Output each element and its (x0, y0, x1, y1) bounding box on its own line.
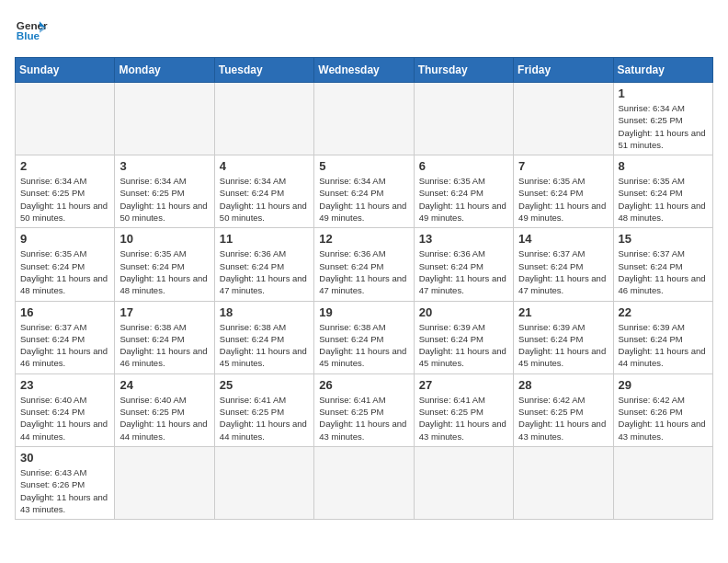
cell-info: Sunrise: 6:34 AM Sunset: 6:25 PM Dayligh… (619, 102, 708, 151)
calendar-cell (314, 446, 414, 519)
day-header-row: SundayMondayTuesdayWednesdayThursdayFrid… (16, 58, 713, 83)
cell-info: Sunrise: 6:38 AM Sunset: 6:24 PM Dayligh… (119, 321, 209, 370)
cell-info: Sunrise: 6:34 AM Sunset: 6:25 PM Dayligh… (119, 175, 209, 224)
date-number: 29 (619, 378, 708, 392)
cell-info: Sunrise: 6:38 AM Sunset: 6:24 PM Dayligh… (319, 321, 408, 370)
calendar-cell (514, 83, 613, 155)
calendar-cell: 8Sunrise: 6:35 AM Sunset: 6:24 PM Daylig… (613, 155, 712, 228)
calendar-cell (314, 83, 414, 155)
cell-info: Sunrise: 6:35 AM Sunset: 6:24 PM Dayligh… (119, 247, 209, 296)
cell-info: Sunrise: 6:39 AM Sunset: 6:24 PM Dayligh… (518, 321, 608, 370)
calendar-cell: 19Sunrise: 6:38 AM Sunset: 6:24 PM Dayli… (314, 301, 414, 373)
cell-info: Sunrise: 6:40 AM Sunset: 6:24 PM Dayligh… (20, 394, 109, 442)
date-number: 22 (619, 305, 708, 319)
date-number: 20 (419, 305, 508, 319)
date-number: 27 (419, 378, 508, 392)
calendar-cell: 7Sunrise: 6:35 AM Sunset: 6:24 PM Daylig… (514, 155, 613, 228)
date-number: 19 (319, 305, 408, 319)
date-number: 24 (119, 378, 209, 392)
date-number: 28 (518, 378, 608, 392)
calendar-cell (514, 446, 613, 519)
cell-info: Sunrise: 6:35 AM Sunset: 6:24 PM Dayligh… (419, 175, 508, 224)
calendar-cell: 1Sunrise: 6:34 AM Sunset: 6:25 PM Daylig… (613, 83, 712, 155)
calendar-cell: 16Sunrise: 6:37 AM Sunset: 6:24 PM Dayli… (16, 301, 115, 373)
cell-info: Sunrise: 6:35 AM Sunset: 6:24 PM Dayligh… (20, 247, 109, 296)
calendar-cell: 20Sunrise: 6:39 AM Sunset: 6:24 PM Dayli… (414, 301, 513, 373)
calendar-cell (214, 83, 313, 155)
cell-info: Sunrise: 6:36 AM Sunset: 6:24 PM Dayligh… (419, 247, 508, 296)
date-number: 10 (119, 232, 209, 246)
calendar-cell: 22Sunrise: 6:39 AM Sunset: 6:24 PM Dayli… (613, 301, 712, 373)
calendar-cell: 10Sunrise: 6:35 AM Sunset: 6:24 PM Dayli… (115, 228, 214, 301)
date-number: 9 (20, 232, 109, 246)
week-row-1: 2Sunrise: 6:34 AM Sunset: 6:25 PM Daylig… (16, 155, 713, 228)
calendar-cell: 30Sunrise: 6:43 AM Sunset: 6:26 PM Dayli… (16, 446, 115, 519)
cell-info: Sunrise: 6:41 AM Sunset: 6:25 PM Dayligh… (419, 394, 508, 442)
calendar-cell: 26Sunrise: 6:41 AM Sunset: 6:25 PM Dayli… (314, 373, 414, 446)
date-number: 26 (319, 378, 408, 392)
date-number: 5 (319, 159, 408, 173)
week-row-4: 23Sunrise: 6:40 AM Sunset: 6:24 PM Dayli… (16, 373, 713, 446)
date-number: 17 (119, 305, 209, 319)
date-number: 8 (619, 159, 708, 173)
date-number: 12 (319, 232, 408, 246)
calendar-cell: 28Sunrise: 6:42 AM Sunset: 6:25 PM Dayli… (514, 373, 613, 446)
calendar-cell: 2Sunrise: 6:34 AM Sunset: 6:25 PM Daylig… (16, 155, 115, 228)
day-header-thursday: Thursday (414, 58, 513, 83)
cell-info: Sunrise: 6:41 AM Sunset: 6:25 PM Dayligh… (220, 394, 309, 442)
calendar-cell: 9Sunrise: 6:35 AM Sunset: 6:24 PM Daylig… (16, 228, 115, 301)
logo-icon: General Blue (15, 15, 48, 48)
date-number: 4 (220, 159, 309, 173)
calendar-cell: 21Sunrise: 6:39 AM Sunset: 6:24 PM Dayli… (514, 301, 613, 373)
cell-info: Sunrise: 6:35 AM Sunset: 6:24 PM Dayligh… (518, 175, 608, 224)
cell-info: Sunrise: 6:39 AM Sunset: 6:24 PM Dayligh… (619, 321, 708, 370)
date-number: 25 (220, 378, 309, 392)
calendar-cell: 29Sunrise: 6:42 AM Sunset: 6:26 PM Dayli… (613, 373, 712, 446)
cell-info: Sunrise: 6:39 AM Sunset: 6:24 PM Dayligh… (419, 321, 508, 370)
calendar-cell (115, 83, 214, 155)
cell-info: Sunrise: 6:42 AM Sunset: 6:25 PM Dayligh… (518, 394, 608, 442)
date-number: 18 (220, 305, 309, 319)
calendar-cell: 11Sunrise: 6:36 AM Sunset: 6:24 PM Dayli… (214, 228, 313, 301)
date-number: 7 (518, 159, 608, 173)
calendar-cell: 5Sunrise: 6:34 AM Sunset: 6:24 PM Daylig… (314, 155, 414, 228)
calendar-cell (16, 83, 115, 155)
week-row-0: 1Sunrise: 6:34 AM Sunset: 6:25 PM Daylig… (16, 83, 713, 155)
calendar-cell: 18Sunrise: 6:38 AM Sunset: 6:24 PM Dayli… (214, 301, 313, 373)
cell-info: Sunrise: 6:35 AM Sunset: 6:24 PM Dayligh… (619, 175, 708, 224)
cell-info: Sunrise: 6:40 AM Sunset: 6:25 PM Dayligh… (119, 394, 209, 442)
calendar-cell: 12Sunrise: 6:36 AM Sunset: 6:24 PM Dayli… (314, 228, 414, 301)
calendar-cell: 6Sunrise: 6:35 AM Sunset: 6:24 PM Daylig… (414, 155, 513, 228)
week-row-3: 16Sunrise: 6:37 AM Sunset: 6:24 PM Dayli… (16, 301, 713, 373)
calendar-cell: 17Sunrise: 6:38 AM Sunset: 6:24 PM Dayli… (115, 301, 214, 373)
day-header-friday: Friday (514, 58, 613, 83)
date-number: 11 (220, 232, 309, 246)
calendar-table: SundayMondayTuesdayWednesdayThursdayFrid… (15, 57, 713, 520)
week-row-2: 9Sunrise: 6:35 AM Sunset: 6:24 PM Daylig… (16, 228, 713, 301)
day-header-sunday: Sunday (16, 58, 115, 83)
cell-info: Sunrise: 6:42 AM Sunset: 6:26 PM Dayligh… (619, 394, 708, 442)
date-number: 3 (119, 159, 209, 173)
calendar-cell: 25Sunrise: 6:41 AM Sunset: 6:25 PM Dayli… (214, 373, 313, 446)
calendar-cell (214, 446, 313, 519)
calendar-cell: 24Sunrise: 6:40 AM Sunset: 6:25 PM Dayli… (115, 373, 214, 446)
calendar-cell: 4Sunrise: 6:34 AM Sunset: 6:24 PM Daylig… (214, 155, 313, 228)
cell-info: Sunrise: 6:43 AM Sunset: 6:26 PM Dayligh… (20, 466, 109, 515)
date-number: 14 (518, 232, 608, 246)
calendar-cell: 14Sunrise: 6:37 AM Sunset: 6:24 PM Dayli… (514, 228, 613, 301)
calendar-cell: 27Sunrise: 6:41 AM Sunset: 6:25 PM Dayli… (414, 373, 513, 446)
svg-text:Blue: Blue (17, 29, 40, 41)
date-number: 6 (419, 159, 508, 173)
cell-info: Sunrise: 6:38 AM Sunset: 6:24 PM Dayligh… (220, 321, 309, 370)
date-number: 13 (419, 232, 508, 246)
calendar-cell: 3Sunrise: 6:34 AM Sunset: 6:25 PM Daylig… (115, 155, 214, 228)
calendar-cell (414, 83, 513, 155)
calendar-cell (115, 446, 214, 519)
day-header-monday: Monday (115, 58, 214, 83)
calendar-cell: 15Sunrise: 6:37 AM Sunset: 6:24 PM Dayli… (613, 228, 712, 301)
cell-info: Sunrise: 6:37 AM Sunset: 6:24 PM Dayligh… (20, 321, 109, 370)
cell-info: Sunrise: 6:34 AM Sunset: 6:24 PM Dayligh… (220, 175, 309, 224)
cell-info: Sunrise: 6:37 AM Sunset: 6:24 PM Dayligh… (619, 247, 708, 296)
date-number: 21 (518, 305, 608, 319)
cell-info: Sunrise: 6:34 AM Sunset: 6:25 PM Dayligh… (20, 175, 109, 224)
